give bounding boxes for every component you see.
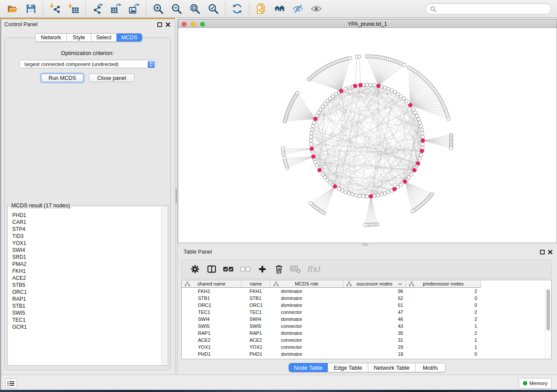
zoom-out-icon[interactable] xyxy=(170,2,183,15)
table-cell[interactable]: STB1 xyxy=(182,295,242,302)
table-cell[interactable]: connector xyxy=(270,309,343,316)
import-network-icon[interactable] xyxy=(48,2,62,15)
refresh-layout-icon[interactable] xyxy=(231,2,244,15)
select-all-rows-icon[interactable] xyxy=(223,263,234,275)
result-node[interactable]: SRD1 xyxy=(8,254,161,261)
table-cell[interactable]: 1 xyxy=(406,337,481,344)
table-cell[interactable]: dominator xyxy=(270,351,343,358)
float-panel-icon[interactable] xyxy=(540,250,545,254)
close-panel-button[interactable]: Close panel xyxy=(89,74,135,82)
result-node[interactable]: STB1 xyxy=(8,303,161,309)
tab-network-table[interactable]: Network Table xyxy=(368,363,415,372)
table-cell[interactable]: FKH1 xyxy=(182,288,242,295)
result-node[interactable]: GCR1 xyxy=(8,323,161,330)
table-cell[interactable]: 0 xyxy=(406,295,481,302)
table-cell[interactable]: 1 xyxy=(406,344,481,351)
table-cell[interactable]: 2 xyxy=(406,330,481,337)
delete-columns-icon[interactable] xyxy=(273,263,284,275)
result-node[interactable]: TEC1 xyxy=(8,316,161,323)
result-node[interactable]: PHD1 xyxy=(8,212,161,219)
table-cell[interactable]: 43 xyxy=(343,323,406,330)
scrollbar-thumb[interactable] xyxy=(547,289,550,330)
table-cell[interactable]: 31 xyxy=(343,337,406,344)
table-cell[interactable]: TEC1 xyxy=(242,309,270,316)
mcds-result-list[interactable]: PHD1CAR1STP4TID3YOX1SWI4SRD1PMA2FKH1ACE2… xyxy=(8,212,161,365)
table-cell[interactable]: 47 xyxy=(343,309,406,316)
close-panel-icon[interactable] xyxy=(166,22,170,27)
tab-select[interactable]: Select xyxy=(91,34,117,41)
column-header-shared-name[interactable]: shared name xyxy=(182,280,242,288)
table-row[interactable]: ACE2ACE2connector311 xyxy=(182,337,551,344)
hide-selected-icon[interactable] xyxy=(291,2,304,15)
table-cell[interactable]: dominator xyxy=(270,316,343,323)
table-cell[interactable]: 35 xyxy=(343,330,406,337)
table-cell[interactable]: SWI4 xyxy=(242,316,270,323)
table-cell[interactable]: SWI5 xyxy=(242,323,270,330)
table-cell[interactable]: dominator xyxy=(270,288,343,295)
table-cell[interactable]: SWI4 xyxy=(182,316,242,323)
table-cell[interactable]: 2 xyxy=(406,316,481,323)
column-header-name[interactable]: name xyxy=(242,280,270,288)
result-node[interactable]: FKH1 xyxy=(8,268,161,275)
criterion-select[interactable]: largest connected component (undirected) xyxy=(19,60,156,68)
table-cell[interactable]: YOX1 xyxy=(242,344,270,351)
table-cell[interactable]: connector xyxy=(270,323,343,330)
table-cell[interactable]: 2 xyxy=(406,288,481,295)
task-history-button[interactable] xyxy=(5,378,17,388)
table-cell[interactable]: 2 xyxy=(406,309,481,316)
network-graph[interactable] xyxy=(178,28,557,243)
zoom-fit-icon[interactable] xyxy=(188,2,201,15)
show-columns-icon[interactable] xyxy=(206,263,217,275)
result-node[interactable]: STB5 xyxy=(8,282,161,289)
table-row[interactable]: PHD1PHD1dominator180 xyxy=(182,351,551,358)
run-mcds-button[interactable]: Run MCDS xyxy=(41,74,83,82)
float-panel-icon[interactable] xyxy=(157,22,162,27)
table-cell[interactable]: FKH1 xyxy=(242,288,270,295)
export-image-icon[interactable] xyxy=(128,2,141,15)
add-column-icon[interactable] xyxy=(257,263,267,275)
table-cell[interactable]: dominator xyxy=(270,302,343,309)
vertical-splitter[interactable] xyxy=(175,19,178,375)
table-row[interactable]: ORC1ORC1dominator610 xyxy=(182,302,551,309)
search-input[interactable] xyxy=(439,6,551,12)
table-cell[interactable]: ORC1 xyxy=(182,302,242,309)
tab-style[interactable]: Style xyxy=(67,34,91,41)
splitter-grip[interactable] xyxy=(176,189,177,203)
table-row[interactable]: FKH1FKH1dominator962 xyxy=(182,288,551,295)
tab-edge-table[interactable]: Edge Table xyxy=(328,363,368,372)
network-from-clipboard-icon[interactable] xyxy=(255,2,268,15)
table-cell[interactable]: 96 xyxy=(343,288,406,295)
table-cell[interactable]: 46 xyxy=(343,316,406,323)
show-all-icon[interactable] xyxy=(310,2,323,15)
result-node[interactable]: PMA2 xyxy=(8,261,161,268)
table-cell[interactable]: 0 xyxy=(406,351,481,358)
result-node[interactable]: SWI4 xyxy=(8,247,161,254)
table-row[interactable]: STB1STB1dominator620 xyxy=(182,295,551,302)
splitter-grip[interactable] xyxy=(363,244,368,246)
result-node[interactable]: CAR1 xyxy=(8,219,161,226)
open-session-icon[interactable] xyxy=(6,2,19,15)
zoom-selected-icon[interactable] xyxy=(207,2,220,15)
table-settings-icon[interactable] xyxy=(190,263,200,275)
close-panel-icon[interactable] xyxy=(548,250,553,254)
table-cell[interactable]: dominator xyxy=(270,295,343,302)
column-header-MCDS-role[interactable]: MCDS role xyxy=(270,280,343,288)
table-cell[interactable]: connector xyxy=(270,337,343,344)
tab-node-table[interactable]: Node Table xyxy=(289,363,328,372)
column-header-successor-nodes[interactable]: successor nodes xyxy=(343,280,406,288)
table-cell[interactable]: PHD1 xyxy=(182,351,242,358)
result-node[interactable]: ACE2 xyxy=(8,275,161,282)
memory-button[interactable]: Memory xyxy=(519,378,552,389)
table-cell[interactable]: 61 xyxy=(343,302,406,309)
table-cell[interactable]: 1 xyxy=(406,323,481,330)
result-list-scrollbar[interactable] xyxy=(161,206,167,365)
table-row[interactable]: TEC1TEC1connector472 xyxy=(182,309,551,316)
table-cell[interactable]: 0 xyxy=(406,302,481,309)
tab-network[interactable]: Network xyxy=(35,34,67,41)
table-row[interactable]: SWI4SWI4dominator462 xyxy=(182,316,551,323)
table-cell[interactable]: PHD1 xyxy=(242,351,270,358)
tab-motifs[interactable]: Motifs xyxy=(415,363,445,372)
home-networks-icon[interactable] xyxy=(273,2,286,15)
table-row[interactable]: YOX1YOX1connector291 xyxy=(182,344,551,351)
result-node[interactable]: SWI5 xyxy=(8,309,161,316)
